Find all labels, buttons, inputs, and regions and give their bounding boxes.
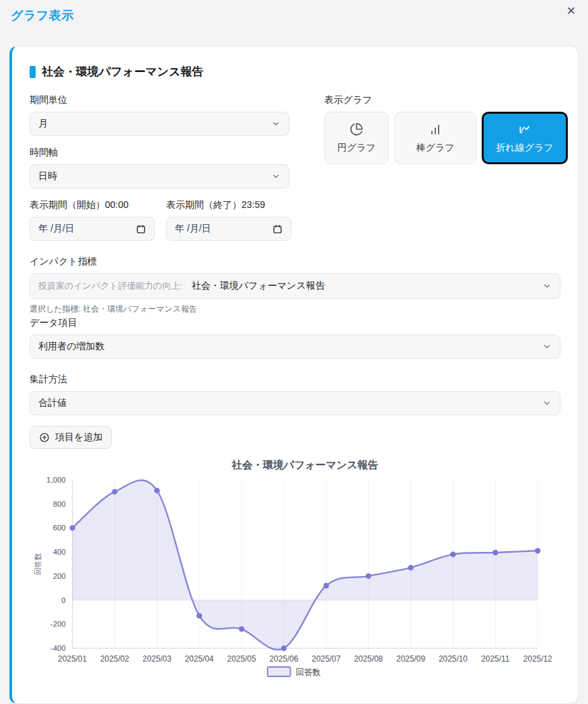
svg-text:600: 600 — [53, 524, 66, 532]
aggregation-label: 集計方法 — [30, 374, 560, 386]
time-axis-field: 時間軸 日時 — [30, 147, 289, 188]
period-start-input[interactable]: 年 /月/日 — [30, 217, 155, 241]
calendar-icon[interactable] — [272, 224, 283, 234]
line-chart-icon — [518, 122, 531, 136]
add-item-label: 項目を追加 — [55, 431, 102, 444]
plus-circle-icon — [39, 432, 50, 443]
period-unit-field: 期間単位 月 — [30, 94, 289, 136]
svg-text:2025/10: 2025/10 — [439, 654, 468, 664]
chart-type-bar-label: 棒グラフ — [416, 142, 455, 154]
display-graph-label: 表示グラフ — [324, 94, 568, 106]
aggregation-select[interactable]: 合計値 — [30, 391, 560, 415]
impact-indicator-select[interactable]: 投資家のインパクト評価能力の向上: 社会・環境パフォーマンス報告 — [30, 273, 560, 299]
period-end-placeholder: 年 /月/日 — [175, 223, 211, 235]
data-item-value: 利用者の増加数 — [38, 341, 104, 353]
panel-header: 社会・環境パフォーマンス報告 — [30, 64, 560, 79]
impact-indicator-field: インパクト指標 投資家のインパクト評価能力の向上: 社会・環境パフォーマンス報告… — [30, 256, 560, 315]
line-chart: 1,0008006004002000-200-4002025/012025/02… — [30, 457, 560, 683]
period-start-placeholder: 年 /月/日 — [38, 223, 75, 235]
svg-text:回答数: 回答数 — [34, 553, 42, 575]
chevron-down-icon — [542, 281, 552, 291]
svg-text:2025/06: 2025/06 — [269, 654, 298, 664]
svg-text:2025/02: 2025/02 — [100, 654, 129, 664]
chart-type-bar-button[interactable]: 棒グラフ — [394, 112, 476, 164]
svg-text:2025/11: 2025/11 — [481, 654, 510, 664]
svg-text:-400: -400 — [50, 644, 66, 652]
impact-indicator-value: 社会・環境パフォーマンス報告 — [192, 280, 537, 292]
close-icon[interactable]: ✕ — [566, 5, 576, 17]
svg-text:800: 800 — [53, 500, 66, 508]
aggregation-field: 集計方法 合計値 — [30, 374, 560, 415]
svg-text:2025/01: 2025/01 — [58, 654, 87, 664]
svg-text:社会・環境パフォーマンス報告: 社会・環境パフォーマンス報告 — [231, 459, 379, 470]
svg-text:2025/04: 2025/04 — [185, 654, 214, 664]
calendar-icon[interactable] — [136, 224, 146, 234]
svg-text:2025/07: 2025/07 — [311, 654, 340, 664]
impact-indicator-prefix: 投資家のインパクト評価能力の向上: — [38, 280, 182, 292]
time-axis-label: 時間軸 — [30, 147, 289, 159]
svg-text:2025/12: 2025/12 — [523, 654, 552, 664]
svg-text:2025/03: 2025/03 — [143, 654, 172, 664]
chart-type-group: 円グラフ 棒グラフ 折れ線グラフ — [324, 112, 568, 164]
selected-indicator-note: 選択した指標: 社会・環境パフォーマンス報告 — [30, 304, 560, 315]
chart-type-pie-button[interactable]: 円グラフ — [324, 112, 389, 164]
data-item-select[interactable]: 利用者の増加数 — [30, 335, 560, 359]
chart-type-line-button[interactable]: 折れ線グラフ — [482, 112, 568, 164]
period-end-input[interactable]: 年 /月/日 — [166, 217, 291, 241]
panel-heading: 社会・環境パフォーマンス報告 — [42, 64, 203, 79]
period-unit-value: 月 — [38, 118, 48, 130]
svg-text:200: 200 — [53, 572, 66, 580]
period-unit-label: 期間単位 — [30, 94, 289, 106]
data-item-field: データ項目 利用者の増加数 — [30, 317, 560, 359]
chevron-down-icon — [542, 398, 552, 408]
report-panel: 社会・環境パフォーマンス報告 期間単位 月 時間軸 日時 — [9, 46, 579, 704]
chevron-down-icon — [271, 172, 281, 181]
period-end-field: 表示期間（終了）23:59 年 /月/日 — [166, 199, 291, 241]
time-axis-value: 日時 — [38, 170, 57, 182]
svg-text:1,000: 1,000 — [46, 476, 66, 484]
chart-type-pie-label: 円グラフ — [338, 142, 376, 154]
chart-type-line-label: 折れ線グラフ — [496, 142, 553, 154]
heading-accent-bar — [30, 66, 36, 78]
chevron-down-icon — [271, 119, 281, 129]
svg-text:400: 400 — [53, 548, 66, 556]
add-item-button[interactable]: 項目を追加 — [30, 426, 112, 449]
svg-text:2025/08: 2025/08 — [354, 654, 383, 664]
svg-text:-200: -200 — [50, 620, 66, 628]
aggregation-value: 合計値 — [38, 397, 67, 409]
data-item-label: データ項目 — [30, 317, 560, 329]
svg-text:回答数: 回答数 — [295, 668, 321, 677]
svg-text:2025/09: 2025/09 — [396, 654, 425, 664]
period-start-field: 表示期間（開始）00:00 年 /月/日 — [30, 199, 155, 241]
period-start-label: 表示期間（開始）00:00 — [30, 199, 155, 211]
bar-chart-icon — [429, 122, 442, 136]
period-unit-select[interactable]: 月 — [30, 112, 289, 136]
impact-indicator-label: インパクト指標 — [30, 256, 560, 268]
svg-text:2025/05: 2025/05 — [227, 654, 256, 664]
time-axis-select[interactable]: 日時 — [30, 164, 289, 188]
chevron-down-icon — [542, 342, 552, 351]
top-bar: グラフ表示 ✕ — [0, 0, 588, 24]
pie-chart-icon — [350, 122, 363, 136]
svg-text:0: 0 — [61, 596, 65, 604]
period-end-label: 表示期間（終了）23:59 — [166, 199, 291, 211]
chart-canvas: 1,0008006004002000-200-4002025/012025/02… — [30, 457, 560, 683]
page-title: グラフ表示 — [11, 7, 74, 24]
